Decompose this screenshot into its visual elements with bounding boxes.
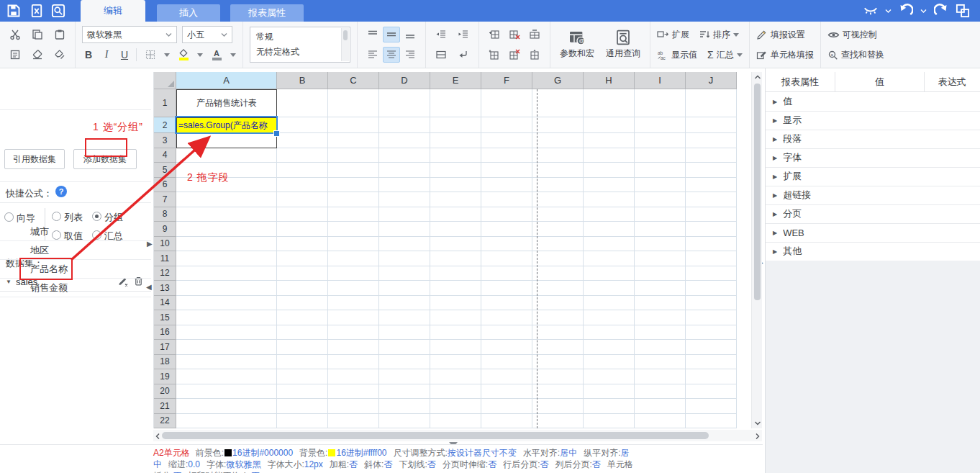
cell-F22[interactable]: [481, 414, 532, 429]
params-macro-button[interactable]: @ 参数和宏: [557, 30, 597, 60]
cell-E2[interactable]: [430, 117, 481, 133]
cell-J8[interactable]: [686, 207, 737, 222]
row-header-1[interactable]: 1: [154, 89, 176, 117]
cell-D7[interactable]: [379, 192, 430, 207]
cell-E5[interactable]: [430, 163, 481, 178]
cell-J5[interactable]: [686, 163, 737, 178]
insert-column-icon[interactable]: [486, 47, 503, 63]
cell-G18[interactable]: [532, 355, 584, 370]
valign-top-icon[interactable]: [364, 27, 381, 42]
cell-H15[interactable]: [584, 310, 635, 325]
horizontal-scroll-thumb[interactable]: [162, 432, 709, 439]
general-query-button[interactable]: 通用查询: [603, 30, 643, 60]
italic-button[interactable]: I: [100, 49, 113, 60]
section-value[interactable]: ▶值: [766, 92, 980, 112]
cell-C21[interactable]: [328, 399, 379, 414]
cell-D21[interactable]: [379, 399, 430, 414]
cell-A22[interactable]: [176, 414, 277, 429]
cell-I11[interactable]: [635, 251, 686, 266]
insert-row-icon[interactable]: [486, 27, 503, 42]
cell-F5[interactable]: [481, 163, 532, 178]
cell-E21[interactable]: [430, 399, 481, 414]
cell-E3[interactable]: [430, 133, 481, 148]
cell-I13[interactable]: [635, 281, 686, 296]
cell-D14[interactable]: [379, 296, 430, 311]
cell-E1[interactable]: [430, 89, 481, 117]
cell-H14[interactable]: [584, 296, 635, 311]
cell-F18[interactable]: [481, 355, 532, 370]
cell-G13[interactable]: [532, 281, 584, 296]
cell-C15[interactable]: [328, 310, 379, 325]
reference-dataset-button[interactable]: 引用数据集: [4, 149, 65, 169]
delete-row-icon[interactable]: [506, 27, 523, 42]
cell-A9[interactable]: [176, 222, 277, 237]
chevron-down-icon[interactable]: [164, 53, 170, 57]
cell-F11[interactable]: [481, 251, 532, 266]
cell-H6[interactable]: [584, 178, 635, 193]
cell-B19[interactable]: [277, 369, 328, 384]
cell-H17[interactable]: [584, 340, 635, 355]
radio-wizard[interactable]: [4, 212, 14, 222]
row-header-21[interactable]: 21: [154, 399, 176, 414]
row-header-13[interactable]: 13: [154, 281, 176, 296]
column-report-properties[interactable]: 报表属性: [766, 72, 835, 92]
select-report-icon[interactable]: [6, 47, 24, 63]
eraser-icon[interactable]: [29, 47, 46, 63]
cell-A14[interactable]: [176, 296, 277, 311]
cell-J4[interactable]: [686, 148, 737, 163]
cell-H11[interactable]: [584, 251, 635, 266]
select-all-corner[interactable]: [154, 72, 176, 89]
cell-I10[interactable]: [635, 237, 686, 252]
valign-bottom-icon[interactable]: [401, 27, 419, 42]
column-header-H[interactable]: H: [584, 72, 635, 89]
cell-F4[interactable]: [481, 148, 532, 163]
cell-B5[interactable]: [277, 163, 328, 178]
section-expand[interactable]: ▶扩展: [766, 167, 980, 186]
cell-C5[interactable]: [328, 163, 379, 178]
column-value[interactable]: 值: [835, 72, 925, 92]
scroll-up-icon[interactable]: [754, 74, 761, 80]
cell-J22[interactable]: [686, 414, 737, 429]
format-none[interactable]: 无特定格式: [256, 45, 338, 60]
cell-E22[interactable]: [430, 414, 481, 429]
cell-F12[interactable]: [481, 266, 532, 281]
cell-F16[interactable]: [481, 325, 532, 341]
cell-G20[interactable]: [532, 384, 584, 400]
cell-E9[interactable]: [430, 222, 481, 237]
chevron-down-icon[interactable]: [197, 53, 203, 57]
cell-F13[interactable]: [481, 281, 532, 296]
cell-I22[interactable]: [635, 414, 686, 429]
help-icon[interactable]: ?: [55, 186, 67, 197]
cell-B21[interactable]: [277, 399, 328, 414]
cell-D5[interactable]: [379, 163, 430, 178]
cell-I9[interactable]: [635, 222, 686, 237]
cell-H20[interactable]: [584, 384, 635, 400]
redo-button[interactable]: [934, 4, 948, 18]
cell-F9[interactable]: [481, 222, 532, 237]
cell-F1[interactable]: [481, 89, 532, 117]
selection-fill-handle[interactable]: [273, 130, 280, 137]
cell-D10[interactable]: [379, 237, 430, 252]
remove-row-icon[interactable]: [526, 27, 543, 42]
cell-I12[interactable]: [635, 266, 686, 281]
cell-A2[interactable]: =sales.Group(产品名称: [176, 117, 277, 133]
cell-J9[interactable]: [686, 222, 737, 237]
cell-C1[interactable]: [328, 89, 379, 117]
cell-G4[interactable]: [532, 148, 584, 163]
cell-A17[interactable]: [176, 340, 277, 355]
fill-settings-button[interactable]: 填报设置: [756, 27, 805, 42]
column-expression[interactable]: 表达式: [925, 72, 979, 92]
cell-C8[interactable]: [328, 207, 379, 222]
cell-F2[interactable]: [481, 117, 532, 133]
cell-J7[interactable]: [686, 192, 737, 207]
row-header-6[interactable]: 6: [154, 178, 176, 193]
cell-B4[interactable]: [277, 148, 328, 163]
cell-B22[interactable]: [277, 414, 328, 429]
cell-D2[interactable]: [379, 117, 430, 133]
cell-F20[interactable]: [481, 384, 532, 400]
cell-F6[interactable]: [481, 178, 532, 193]
cell-H2[interactable]: [584, 117, 635, 133]
cell-E13[interactable]: [430, 281, 481, 296]
section-paragraph[interactable]: ▶段落: [766, 130, 980, 149]
cell-E15[interactable]: [430, 310, 481, 325]
